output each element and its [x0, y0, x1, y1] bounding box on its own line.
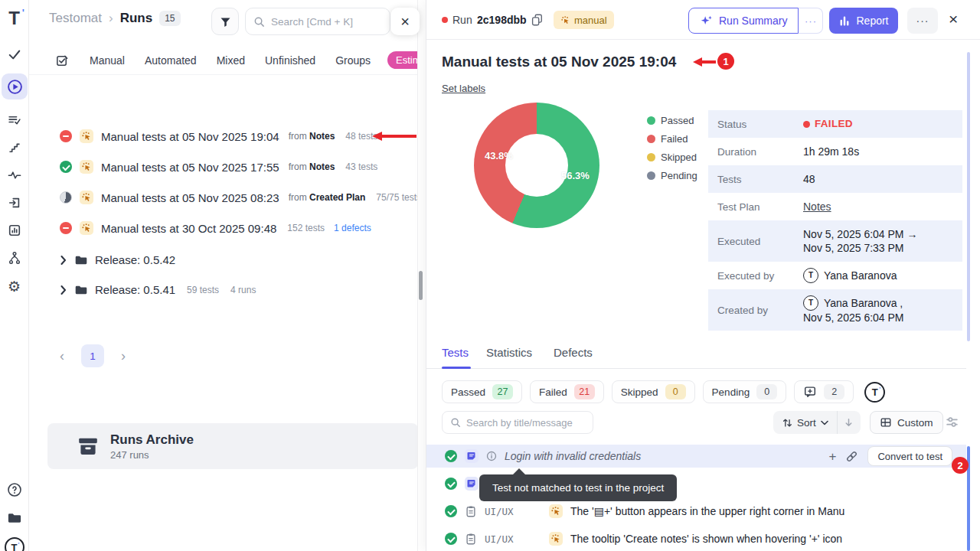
branch-nav-icon[interactable]	[8, 251, 21, 265]
status-value: FAILED	[803, 117, 853, 131]
tab-statistics[interactable]: Statistics	[486, 346, 532, 359]
annotation-badge-2: 2	[952, 457, 969, 474]
tests-toolbar: Sort Custom	[426, 411, 980, 434]
runs-search-input[interactable]	[271, 16, 378, 28]
sort-control: Sort	[773, 411, 861, 434]
breadcrumb: Testomat › Runs 15	[49, 11, 181, 26]
steps-nav-icon[interactable]	[8, 141, 21, 154]
chip-failed[interactable]: Failed21	[530, 380, 604, 403]
detail-close-button[interactable]: ×	[949, 11, 958, 27]
failed-count-badge: 21	[574, 384, 595, 399]
next-page-button[interactable]: ›	[121, 349, 126, 363]
runs-panel: Testomat › Runs 15 Manual Automated Mixe…	[29, 0, 418, 551]
manual-test-icon	[549, 504, 563, 518]
analytics-nav-icon[interactable]	[7, 223, 21, 237]
runs-panel-scrollbar[interactable]	[419, 271, 423, 300]
view-settings-icon[interactable]	[946, 416, 959, 429]
convert-to-test-button[interactable]: Convert to test	[867, 446, 952, 466]
info-row-tests: Tests 48	[708, 165, 962, 193]
set-labels-link[interactable]: Set labels	[442, 83, 485, 94]
filter-estimate-badge[interactable]: Estim	[387, 51, 418, 69]
test-list-nav-icon[interactable]	[7, 113, 21, 127]
ellipsis-icon: ···	[916, 15, 929, 27]
prev-page-button[interactable]: ‹	[60, 349, 64, 363]
run-title: Manual tests at 05 Nov 2025 19:04	[101, 130, 279, 143]
checks-nav-icon[interactable]	[7, 47, 21, 61]
tests-count-value: 48	[803, 172, 815, 186]
release-row[interactable]: Release: 0.5.41 59 tests 4 runs	[60, 275, 256, 305]
report-button[interactable]: Report	[829, 8, 898, 34]
import-nav-icon[interactable]	[7, 196, 21, 210]
test-row[interactable]: UI/UX The tooltip 'Create notes' is show…	[426, 527, 966, 550]
manual-run-icon	[80, 160, 93, 174]
help-icon[interactable]	[7, 482, 22, 497]
filter-manual[interactable]: Manual	[90, 54, 125, 67]
chip-passed[interactable]: Passed27	[442, 380, 522, 403]
filter-automated[interactable]: Automated	[145, 54, 197, 67]
run-title: Manual tests at 05 Nov 2025 08:23	[101, 191, 279, 204]
results-donut-chart: 43.8% 56.3%	[474, 103, 599, 228]
logo-icon: T'	[8, 9, 20, 28]
release-row[interactable]: Release: 0.5.42	[60, 245, 256, 275]
chip-comments[interactable]: 2	[794, 380, 854, 403]
runs-nav-active[interactable]	[2, 73, 28, 99]
tests-search-input[interactable]	[466, 417, 581, 429]
skipped-count-badge: 0	[665, 384, 686, 399]
account-avatar[interactable]: T'	[5, 537, 24, 551]
test-tag: UI/UX	[485, 506, 524, 517]
runs-search[interactable]	[245, 8, 390, 35]
sparkles-icon	[700, 15, 713, 27]
run-summary-button[interactable]: Run Summary	[688, 8, 799, 34]
donut-hole	[505, 134, 568, 197]
filter-unfinished[interactable]: Unfinished	[265, 54, 315, 67]
filter-button[interactable]	[211, 8, 239, 35]
chart-legend: Passed Failed Skipped Pending	[647, 115, 697, 181]
run-row[interactable]: Manual tests at 05 Nov 2025 17:55 from N…	[60, 152, 416, 182]
passed-status-icon	[445, 450, 457, 462]
add-icon[interactable]: +	[829, 450, 837, 463]
copy-icon[interactable]	[531, 13, 543, 27]
run-row[interactable]: Manual tests at 05 Nov 2025 08:23 from C…	[60, 182, 416, 213]
activity-nav-icon[interactable]	[7, 168, 21, 181]
chevron-down-icon	[821, 420, 828, 425]
breadcrumb-separator: ›	[109, 11, 113, 26]
breadcrumb-project[interactable]: Testomat	[49, 11, 102, 26]
run-summary-more-button[interactable]: ···	[799, 8, 823, 34]
filter-groups[interactable]: Groups	[335, 54, 371, 67]
info-row-test-plan: Test Plan Notes	[708, 193, 962, 220]
tab-defects[interactable]: Defects	[554, 346, 593, 359]
settings-gear-icon[interactable]: ⚙	[8, 278, 21, 295]
sort-button[interactable]: Sort	[773, 417, 837, 429]
tooltip: Test not matched to test in the project	[479, 474, 677, 501]
page-1-button[interactable]: 1	[81, 344, 104, 367]
tab-tests[interactable]: Tests	[442, 346, 469, 359]
more-actions-button[interactable]: ···	[907, 8, 938, 34]
detail-scrollbar[interactable]	[967, 52, 970, 341]
info-row-executed: Executed Nov 5, 2025 6:04 PM →Nov 5, 202…	[708, 220, 962, 262]
panel-close-button[interactable]: ×	[390, 8, 420, 35]
projects-folder-icon[interactable]	[7, 511, 22, 525]
test-row[interactable]: Login with invalid credentials + Convert…	[426, 445, 966, 468]
app-logo[interactable]: T'	[8, 9, 20, 28]
test-row[interactable]: UI/UX The '▤+' button appears in the upp…	[426, 500, 966, 523]
tests-search[interactable]	[442, 411, 593, 434]
multiselect-icon[interactable]	[55, 54, 70, 68]
sort-direction-button[interactable]	[838, 411, 861, 434]
filter-mixed[interactable]: Mixed	[217, 54, 245, 67]
run-row[interactable]: Manual tests at 30 Oct 2025 09:48 152 te…	[60, 213, 416, 243]
annotation-arrow-title	[693, 57, 716, 67]
custom-view-button[interactable]: Custom	[870, 411, 943, 434]
run-row[interactable]: Manual tests at 05 Nov 2025 19:04 from N…	[60, 121, 416, 152]
chip-pending[interactable]: Pending0	[703, 380, 787, 403]
runs-archive-banner[interactable]: Runs Archive 247 runs	[47, 423, 418, 469]
chip-skipped[interactable]: Skipped0	[612, 380, 695, 403]
manual-badge-label: manual	[574, 15, 607, 26]
run-tests-count: 43 tests	[345, 161, 377, 172]
manual-run-icon	[80, 221, 93, 235]
assignee-avatar[interactable]: T'	[864, 382, 885, 403]
ellipsis-icon: ···	[805, 15, 817, 27]
test-plan-link[interactable]: Notes	[803, 200, 831, 214]
passed-count-badge: 27	[492, 384, 513, 399]
link-icon[interactable]	[845, 450, 858, 463]
run-defects-link[interactable]: 1 defects	[334, 223, 371, 233]
